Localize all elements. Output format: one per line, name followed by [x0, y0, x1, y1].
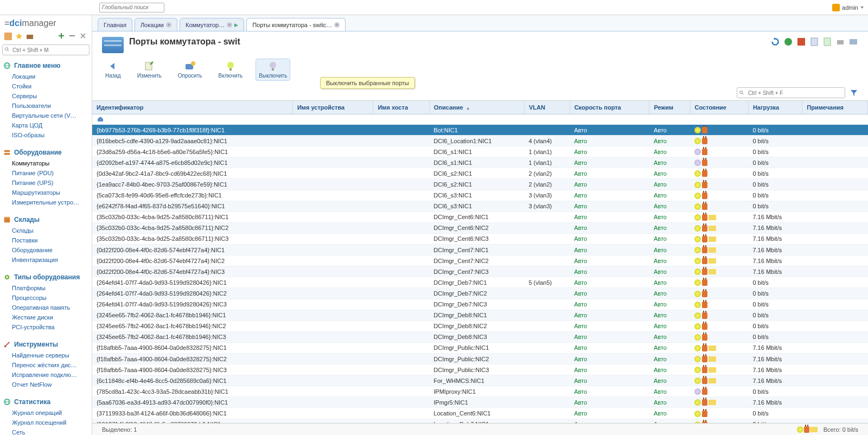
nav-item[interactable]: Питание (PDU): [10, 168, 90, 178]
global-search-input[interactable]: [99, 3, 164, 12]
nav-section-head[interactable]: Инструменты: [2, 338, 90, 350]
table-row[interactable]: {0d22f200-08e4-4f0c-82d6-574ebf4727a4}:N…: [92, 266, 868, 277]
table-row[interactable]: {264efd41-07f7-4da0-9d93-5199d9280426}:N…: [92, 288, 868, 299]
nav-item[interactable]: Перенос жёстких дис…: [10, 360, 90, 370]
column-header[interactable]: Описание ▲: [429, 101, 524, 114]
table-row[interactable]: {816bebc5-cdfe-4390-a129-9ad2aaae0c81}:N…: [92, 136, 868, 146]
nav-item[interactable]: Маршрутизаторы: [10, 188, 90, 197]
column-header[interactable]: VLAN: [524, 101, 570, 114]
nav-item[interactable]: Стойки: [10, 81, 90, 91]
nav-item[interactable]: Журнал посещений: [10, 418, 90, 427]
table-row[interactable]: {0d3e42af-9bc2-41a7-8bc9-cd69b422ec68}:N…: [92, 168, 868, 179]
nav-section-head[interactable]: Главное меню: [2, 60, 90, 72]
nav-item[interactable]: Коммутаторы: [10, 158, 90, 168]
refresh-icon[interactable]: [770, 37, 780, 47]
nav-item[interactable]: Процессоры: [10, 293, 90, 303]
выключить-button[interactable]: Выключить: [256, 59, 290, 81]
column-header[interactable]: Режим: [649, 101, 690, 114]
nav-section-head[interactable]: Статистика: [2, 396, 90, 408]
doc-icon[interactable]: [809, 37, 819, 47]
включить-button[interactable]: Включить: [215, 59, 246, 81]
table-row[interactable]: {0d22f200-08e4-4f0c-82d6-574ebf4727a4}:N…: [92, 255, 868, 266]
list-icon[interactable]: [4, 33, 12, 40]
table-row[interactable]: {e6242f78-f4ad-4f65-837d-b29575e51640}:N…: [92, 201, 868, 212]
nav-item[interactable]: Склады: [10, 226, 90, 235]
close-icon[interactable]: ×: [334, 22, 340, 28]
nav-item[interactable]: Виртуальные сети (V…: [10, 111, 90, 120]
filter-input[interactable]: [737, 87, 845, 98]
table-row[interactable]: {23d8a259-d56a-4c18-b5e6-a80e756a5fe5}:N…: [92, 146, 868, 157]
plus-icon[interactable]: [58, 33, 66, 40]
nav-item[interactable]: Жесткие диски: [10, 312, 90, 322]
filter-icon[interactable]: [850, 88, 858, 97]
table-row[interactable]: {1ea9acc7-84b0-4bec-9703-25af00867e59}:N…: [92, 179, 868, 190]
table-row[interactable]: {264efd41-07f7-4da0-9d93-5199d9280426}:N…: [92, 277, 868, 288]
nav-item[interactable]: Оперативная память: [10, 303, 90, 312]
table-row[interactable]: {35c032b0-033c-4cba-9d25-2a8580c86711}:N…: [92, 212, 868, 222]
print-icon[interactable]: [835, 37, 845, 47]
tab[interactable]: Коммутатор…×▶: [180, 18, 244, 31]
table-row[interactable]: {6c11848c-ef4b-4e46-8cc5-0d285689c0a6}:N…: [92, 375, 868, 386]
nav-item[interactable]: Сеть: [10, 427, 90, 435]
column-header[interactable]: Имя устройства: [292, 101, 373, 114]
nav-section-head[interactable]: Склады: [2, 214, 90, 226]
table-row[interactable]: {3245ee65-7fb2-4062-8ac1-fc4678bb1946}:N…: [92, 310, 868, 321]
nav-item[interactable]: Измерительные устро…: [10, 197, 90, 207]
user-menu[interactable]: admin: [832, 4, 864, 11]
column-header[interactable]: Имя хоста: [373, 101, 429, 114]
table-row[interactable]: {bb977b53-276b-4269-b3b9-77cb1f8f318f}:N…: [92, 125, 868, 136]
table-row[interactable]: {0d22f200-08e4-4f0c-82d6-574ebf4727a4}:N…: [92, 245, 868, 255]
side-search-input[interactable]: [2, 44, 90, 55]
table-row[interactable]: {f18afbb5-7aaa-4900-8604-0a0de8328275}:N…: [92, 364, 868, 375]
export-icon[interactable]: [822, 37, 832, 47]
table-row[interactable]: {35c032b0-033c-4cba-9d25-2a8580c86711}:N…: [92, 222, 868, 233]
nav-item[interactable]: Локации: [10, 72, 90, 81]
stop-icon[interactable]: [796, 37, 806, 47]
table-row[interactable]: {5aa67036-ea3d-4913-ad93-47dc007990f0}:N…: [92, 397, 868, 408]
nav-item[interactable]: Журнал операций: [10, 408, 90, 418]
nav-item[interactable]: Платформы: [10, 283, 90, 293]
table-row[interactable]: {1912714f-3f10-4843-8fc5-c83786670dd}:NI…: [92, 419, 868, 423]
minus-icon[interactable]: [69, 33, 76, 40]
nav-section-head[interactable]: Типы оборудования: [2, 271, 90, 283]
tab[interactable]: Главная: [98, 18, 132, 31]
nav-item[interactable]: Поставки: [10, 235, 90, 245]
nav-item[interactable]: Пользователи: [10, 101, 90, 111]
column-header[interactable]: Нагрузка: [748, 101, 802, 114]
опросить-button[interactable]: Опросить: [175, 59, 206, 81]
nav-item[interactable]: Питание (UPS): [10, 178, 90, 188]
nav-item[interactable]: Карта ЦОД: [10, 120, 90, 130]
изменить-button[interactable]: Изменить: [134, 59, 165, 81]
star-icon[interactable]: [15, 33, 23, 40]
nav-item[interactable]: Серверы: [10, 91, 90, 101]
nav-item[interactable]: Отчет NetFlow: [10, 380, 90, 389]
nav-item[interactable]: Оборудование: [10, 245, 90, 255]
column-header[interactable]: Состояние: [690, 101, 748, 114]
table-row[interactable]: {35c032b0-033c-4cba-9d25-2a8580c86711}:N…: [92, 233, 868, 244]
nav-item[interactable]: Инвентаризация: [10, 255, 90, 265]
table-row[interactable]: {3245ee65-7fb2-4062-8ac1-fc4678bb1946}:N…: [92, 331, 868, 342]
table-row[interactable]: {37119933-ba3f-4124-a66f-0bb36d648066}:N…: [92, 408, 868, 419]
table-row[interactable]: {d2092bef-a197-4744-a875-e6cb85d02e9c}:N…: [92, 157, 868, 168]
назад-button[interactable]: Назад: [102, 59, 124, 81]
nav-item[interactable]: Исправление подклю…: [10, 370, 90, 380]
tab[interactable]: Локации×: [135, 18, 177, 31]
close-icon[interactable]: ×: [227, 22, 232, 28]
close-icon[interactable]: [80, 33, 87, 40]
nav-section-head[interactable]: Оборудование: [2, 146, 90, 158]
nav-item[interactable]: ISO-образы: [10, 130, 90, 140]
table-row[interactable]: {f18afbb5-7aaa-4900-8604-0a0de8328275}:N…: [92, 342, 868, 353]
nav-item[interactable]: PCI-устройства: [10, 322, 90, 332]
briefcase-icon[interactable]: [26, 33, 34, 40]
table-row[interactable]: {3245ee65-7fb2-4062-8ac1-fc4678bb1946}:N…: [92, 321, 868, 331]
table-row[interactable]: {264efd41-07f7-4da0-9d93-5199d9280426}:N…: [92, 299, 868, 310]
table-row[interactable]: {785cd8a1-423c-4cc3-93a5-28dcaeabb31b}:N…: [92, 386, 868, 397]
tab[interactable]: Порты коммутатора - switc…×: [246, 18, 346, 31]
breadcrumb-row[interactable]: [92, 114, 868, 125]
column-header[interactable]: Примечания: [802, 101, 868, 114]
globe-icon[interactable]: [783, 37, 793, 47]
settings-icon[interactable]: [848, 37, 858, 47]
table-row[interactable]: {f18afbb5-7aaa-4900-8604-0a0de8328275}:N…: [92, 353, 868, 364]
column-header[interactable]: Идентификатор: [92, 101, 292, 114]
table-row[interactable]: {5ca073c8-fe99-40d6-95e8-effcfcde273b}:N…: [92, 190, 868, 201]
